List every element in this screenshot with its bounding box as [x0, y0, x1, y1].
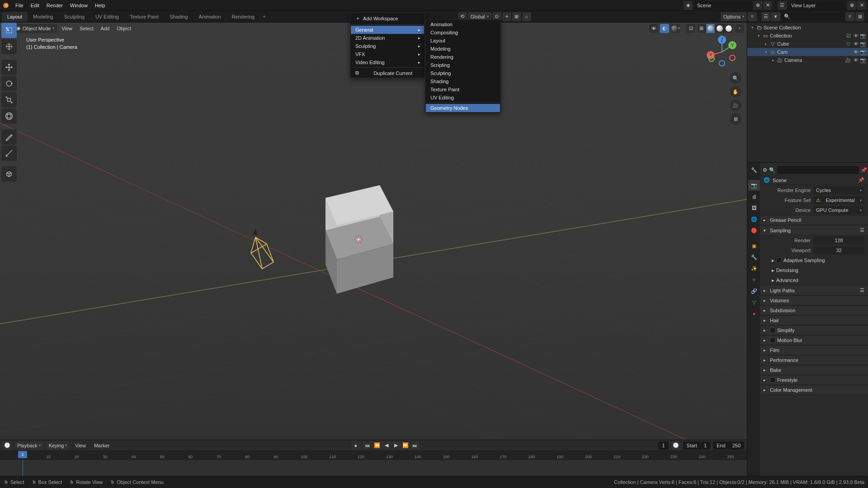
scene-browse-icon[interactable]: ◈ [684, 1, 693, 10]
settings-icon[interactable]: ⚙ [763, 167, 767, 173]
panel-colormanagement[interactable]: ▸Color Management [760, 385, 868, 395]
pin-icon[interactable]: 📌 [861, 167, 867, 173]
nav-gizmo[interactable]: Y X Z [702, 32, 742, 72]
dd2-layout[interactable]: Layout [426, 37, 500, 45]
dd-item-sculpting[interactable]: Sculpting▸ [351, 42, 424, 50]
mode-selector[interactable]: ◉ Object Mode ▾ [14, 24, 57, 33]
sub-advanced[interactable]: ▸Advanced [760, 275, 868, 285]
dd2-rendering[interactable]: Rendering [426, 53, 500, 61]
panel-performance[interactable]: ▸Performance [760, 355, 868, 365]
freestyle-checkbox[interactable] [770, 377, 775, 383]
prop-tab-particles[interactable]: ✨ [748, 263, 760, 274]
playback-dropdown[interactable]: Playback▾ [14, 441, 43, 450]
viewlayer-selector[interactable]: View Layer [788, 1, 846, 10]
ws-tab-animation[interactable]: Animation [193, 12, 226, 22]
play-reverse-icon[interactable]: ◀ [382, 441, 391, 450]
object-menu[interactable]: Object [114, 24, 134, 33]
viewlayer-new-icon[interactable]: ⊕ [847, 1, 856, 10]
jump-start-icon[interactable]: ⏮ [363, 441, 372, 450]
options-dropdown[interactable]: Options▾ [721, 12, 747, 21]
dd2-scripting[interactable]: Scripting [426, 61, 500, 69]
tool-transform[interactable] [1, 108, 17, 124]
keyframe-prev-icon[interactable]: ⏪ [373, 441, 382, 450]
tree-item-cam[interactable]: ▾ ◇ Cam 👁📷 [747, 48, 868, 56]
viewlayer-unlink-icon[interactable]: ✕ [857, 1, 866, 10]
dd-item-general[interactable]: General▸ [351, 26, 424, 34]
tool-select-box[interactable] [1, 23, 17, 38]
menu-help[interactable]: Help [91, 1, 109, 9]
outliner-mode-icon[interactable]: ▾ [771, 12, 780, 21]
outliner-editor-type-icon[interactable]: ☰ [761, 12, 770, 21]
overlays-dropdown-icon[interactable]: ▾ [671, 24, 680, 33]
select-menu[interactable]: Select [77, 24, 96, 33]
restrict-select-icon[interactable]: ☑ [845, 33, 852, 39]
timeline-ruler[interactable]: 0102030405060708090100110120130140150160… [0, 451, 747, 460]
prop-tab-viewlayer[interactable]: 🖼 [748, 202, 760, 213]
hide-icon[interactable]: 👁 [853, 49, 859, 55]
timeline-marker-menu[interactable]: Marker [91, 442, 112, 449]
dd2-shading[interactable]: Shading [426, 77, 500, 85]
outliner-new-collection-icon[interactable]: ⊞ [855, 12, 864, 21]
disable-icon[interactable]: 📷 [860, 57, 866, 63]
prop-tab-render[interactable]: 📷 [748, 180, 760, 191]
dd-item-vfx[interactable]: VFX▸ [351, 50, 424, 58]
preview-range-icon[interactable]: 🕐 [671, 441, 680, 450]
tool-rotate[interactable] [1, 76, 17, 91]
viewlayer-browse-icon[interactable]: ☰ [778, 1, 787, 10]
tool-annotate[interactable] [1, 129, 17, 145]
zoom-icon[interactable]: 🔍 [730, 72, 741, 84]
jump-end-icon[interactable]: ⏭ [410, 441, 420, 450]
timeline-editor-type-icon[interactable]: 🕐 [3, 441, 12, 450]
proportional-icon[interactable]: ○ [522, 12, 531, 21]
pan-icon[interactable]: ✋ [730, 86, 741, 98]
tool-cursor[interactable] [1, 39, 17, 54]
ws-tab-layout[interactable]: Layout [2, 12, 28, 22]
camera-object[interactable] [251, 229, 274, 269]
viewport-samples-input[interactable]: 32 [813, 246, 864, 254]
dd2-sculpting[interactable]: Sculpting [426, 69, 500, 77]
ws-tab-modeling[interactable]: Modeling [28, 12, 59, 22]
panel-freestyle[interactable]: ▸Freestyle [760, 375, 868, 385]
prop-tab-scene[interactable]: 🌐 [748, 214, 760, 225]
tool-scale[interactable] [1, 92, 17, 108]
dd-item-duplicate[interactable]: ⧉Duplicate Current [351, 69, 424, 77]
prop-tab-world[interactable]: 🔴 [748, 225, 760, 236]
sub-adaptive[interactable]: ▸Adaptive Sampling [760, 255, 868, 265]
ws-tab-rendering[interactable]: Rendering [226, 12, 260, 22]
ws-add-button[interactable]: ＋ [260, 13, 268, 21]
panel-lightpaths[interactable]: ▸Light Paths☰ [760, 285, 868, 296]
preset-icon[interactable]: ☰ [860, 227, 864, 233]
xray-icon[interactable]: ⊡ [686, 24, 695, 33]
keyframe-next-icon[interactable]: ⏩ [401, 441, 410, 450]
render-samples-input[interactable]: 128 [813, 236, 864, 244]
menu-edit[interactable]: Edit [27, 1, 43, 9]
timeline-track[interactable]: 1 [0, 460, 747, 476]
show-gizmo-icon[interactable]: 👁 [649, 24, 658, 33]
add-menu[interactable]: Add [98, 24, 113, 33]
show-overlays-icon[interactable]: ◐ [660, 24, 669, 33]
filter-icon[interactable]: ▿ [748, 12, 757, 21]
current-frame-input[interactable]: 1 [658, 441, 668, 450]
dd2-geometrynodes[interactable]: Geometry Nodes [426, 104, 500, 112]
cube-object[interactable] [326, 185, 393, 294]
hide-icon[interactable]: 👁 [853, 41, 859, 47]
dd2-uvediting[interactable]: UV Editing [426, 94, 500, 102]
tree-collection[interactable]: ▾ ▭ Collection ☑👁📷 [747, 32, 868, 40]
adaptive-checkbox[interactable] [776, 258, 782, 263]
panel-volumes[interactable]: ▸Volumes [760, 296, 868, 305]
pin-icon[interactable]: 📌 [858, 177, 864, 183]
start-frame-input[interactable]: Start 1 [683, 441, 710, 450]
tree-scene-collection[interactable]: ▾ 🗀 Scene Collection [747, 23, 868, 32]
render-engine-dropdown[interactable]: Cycles▾ [813, 186, 864, 194]
keying-dropdown[interactable]: Keying▾ [46, 441, 70, 450]
panel-simplify[interactable]: ▸Simplify [760, 325, 868, 335]
timeline-view-menu[interactable]: View [72, 442, 89, 449]
properties-search-input[interactable] [777, 166, 859, 174]
prop-tab-constraints[interactable]: 🔗 [748, 286, 760, 296]
panel-bake[interactable]: ▸Bake [760, 365, 868, 375]
scene-unlink-icon[interactable]: ✕ [763, 1, 772, 10]
scene-new-icon[interactable]: ⊕ [753, 1, 762, 10]
sub-denoising[interactable]: ▸Denoising [760, 265, 868, 275]
prop-tab-data[interactable]: ▽ [748, 297, 760, 308]
hide-icon[interactable]: 👁 [853, 57, 859, 63]
